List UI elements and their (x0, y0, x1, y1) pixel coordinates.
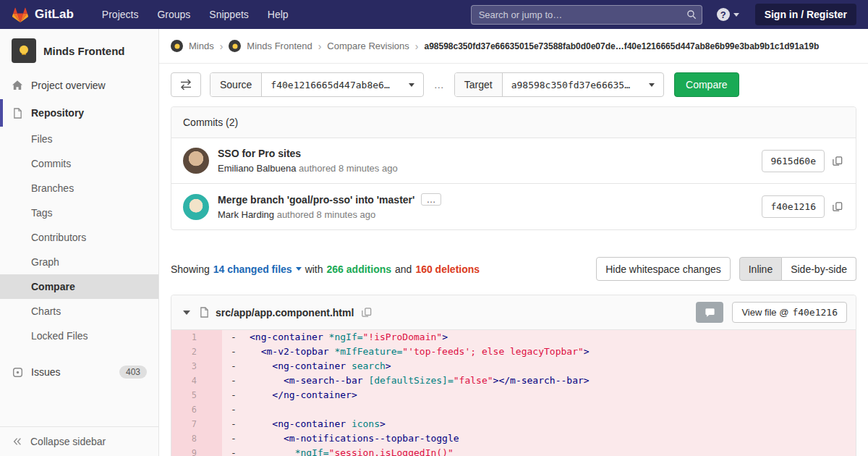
diff-line-number-old[interactable]: 3 (171, 359, 203, 373)
view-file-label: View file @ (741, 307, 788, 318)
breadcrumb-project-link[interactable]: Minds Frontend (247, 41, 312, 51)
diff-deletion-sign: - (231, 417, 250, 431)
diff-line-number-new[interactable] (203, 373, 222, 388)
chevron-down-icon (409, 83, 414, 87)
sign-in-register-button[interactable]: Sign in / Register (755, 4, 856, 25)
search-input[interactable] (471, 5, 702, 25)
source-revision-value: f40e1216665d447ab8e6… (271, 80, 389, 90)
diff-line-number-old[interactable]: 6 (171, 402, 203, 417)
breadcrumb-group-link[interactable]: Minds (189, 41, 214, 51)
project-avatar-small (229, 40, 241, 52)
sidebar-item-issues[interactable]: Issues 403 (0, 358, 158, 387)
document-icon (12, 108, 23, 119)
sidebar: Minds Frontend Project overview Reposito… (0, 29, 159, 456)
diff-deletion-sign: - (231, 388, 250, 402)
and-text: and (395, 263, 412, 275)
sidebar-item-repository[interactable]: Repository (0, 99, 158, 127)
expand-commit-message-button[interactable]: … (421, 193, 441, 206)
commit-title-link[interactable]: SSO for Pro sites (218, 148, 301, 159)
diff-line-number-old[interactable]: 4 (171, 373, 203, 388)
diff-line-number-new[interactable] (203, 431, 222, 446)
diff-line: 9- *ngIf="session.isLoggedIn()" (171, 446, 856, 456)
sidebar-item-graph[interactable]: Graph (0, 250, 158, 274)
collapse-sidebar-button[interactable]: Collapse sidebar (0, 426, 158, 456)
commit-row: SSO for Pro sites Emiliano Balbuena auth… (171, 138, 856, 183)
diff-line: 6- (171, 402, 856, 417)
navbar-search (471, 5, 702, 25)
collapse-diff-icon[interactable] (183, 311, 190, 315)
sidebar-item-tags[interactable]: Tags (0, 200, 158, 225)
diff-line-number-old[interactable]: 8 (171, 431, 203, 446)
project-avatar (12, 38, 36, 63)
chevron-down-icon (733, 13, 739, 17)
sidebar-item-project-overview[interactable]: Project overview (0, 72, 158, 99)
project-context-link[interactable]: Minds Frontend (0, 29, 158, 72)
diff-line-number-new[interactable] (203, 388, 222, 402)
diff-line: 5- </ng-container> (171, 388, 856, 402)
diff-line-code: - *ngIf="session.isLoggedIn()" (222, 446, 856, 456)
compare-button[interactable]: Compare (674, 72, 739, 97)
breadcrumb: Minds › Minds Frontend › Compare Revisio… (159, 29, 868, 64)
source-revision-dropdown[interactable]: f40e1216665d447ab8e6… (262, 73, 422, 96)
commit-title-link[interactable]: Merge branch 'goal/pro-sso' into 'master… (218, 194, 414, 206)
commits-header: Commits (2) (171, 107, 856, 138)
commit-author-link[interactable]: Mark Harding (218, 209, 274, 220)
changed-files-dropdown[interactable]: 14 changed files (213, 263, 302, 275)
help-menu-button[interactable]: ? (717, 8, 739, 21)
file-path[interactable]: src/app/app.component.html (216, 307, 354, 318)
breadcrumb-page-link[interactable]: Compare Revisions (327, 41, 409, 51)
sidebar-item-branches[interactable]: Branches (0, 176, 158, 200)
commit-author-link[interactable]: Emiliano Balbuena (218, 163, 296, 174)
additions-count: 266 additions (327, 263, 391, 275)
diff-line-number-old[interactable]: 1 (171, 330, 203, 345)
side-by-side-view-button[interactable]: Side-by-side (782, 257, 856, 281)
gitlab-logo-link[interactable]: GitLab (12, 7, 74, 23)
swap-revisions-button[interactable] (171, 72, 201, 97)
diff-deletion-sign: - (231, 330, 250, 345)
diff-line-number-old[interactable]: 5 (171, 388, 203, 402)
brand-name: GitLab (35, 7, 74, 22)
diff-line-number-new[interactable] (203, 359, 222, 373)
commit-sha-button[interactable]: f40e1216 (762, 195, 825, 218)
navbar-item-projects[interactable]: Projects (93, 0, 148, 29)
diff-line-number-new[interactable] (203, 330, 222, 345)
sidebar-item-charts[interactable]: Charts (0, 299, 158, 324)
navbar-item-groups[interactable]: Groups (148, 0, 200, 29)
top-navbar: GitLab ProjectsGroupsSnippetsHelp ? Sign… (0, 0, 868, 29)
commit-author-avatar (183, 194, 209, 220)
toggle-comments-button[interactable] (696, 302, 723, 323)
inline-view-button[interactable]: Inline (739, 257, 782, 281)
copy-file-path-button[interactable] (360, 305, 373, 319)
navbar-item-snippets[interactable]: Snippets (200, 0, 258, 29)
commit-sha-button[interactable]: 9615d60e (762, 150, 825, 172)
diff-line-number-new[interactable] (203, 402, 222, 417)
commit-authored-text: authored 8 minutes ago (299, 163, 398, 174)
target-label: Target (455, 73, 503, 96)
diff-line-number-old[interactable]: 2 (171, 345, 203, 359)
sidebar-item-contributors[interactable]: Contributors (0, 225, 158, 250)
sidebar-item-compare[interactable]: Compare (0, 274, 158, 299)
sidebar-item-locked-files[interactable]: Locked Files (0, 324, 158, 348)
sidebar-item-files[interactable]: Files (0, 127, 158, 151)
commits-panel: Commits (2) SSO for Pro sites Emiliano B… (171, 106, 856, 230)
copy-sha-button[interactable] (831, 154, 844, 168)
diff-line-number-new[interactable] (203, 446, 222, 456)
hide-whitespace-button[interactable]: Hide whitespace changes (596, 257, 731, 281)
diff-line: 4- <m-search--bar [defaultSizes]="false"… (171, 373, 856, 388)
diff-line-number-old[interactable]: 9 (171, 446, 203, 456)
diff-stats-bar: Showing 14 changed files with 266 additi… (159, 257, 868, 281)
diff-line-number-new[interactable] (203, 417, 222, 431)
navbar-item-help[interactable]: Help (258, 0, 298, 29)
swap-arrows-icon (179, 79, 192, 90)
sidebar-item-commits[interactable]: Commits (0, 151, 158, 176)
revision-range-dots: … (433, 79, 446, 90)
target-revision-dropdown[interactable]: a98598c350fd37e66635… (503, 73, 663, 96)
copy-sha-button[interactable] (831, 200, 844, 214)
view-file-button[interactable]: View file @ f40e1216 (732, 302, 847, 323)
question-icon: ? (717, 8, 730, 21)
diff-line-code: - <m-search--bar [defaultSizes]="false">… (222, 373, 856, 388)
diff-line-number-old[interactable]: 7 (171, 417, 203, 431)
source-group: Source f40e1216665d447ab8e6… (210, 72, 424, 97)
diff-line-number-new[interactable] (203, 345, 222, 359)
copy-icon (362, 307, 372, 318)
